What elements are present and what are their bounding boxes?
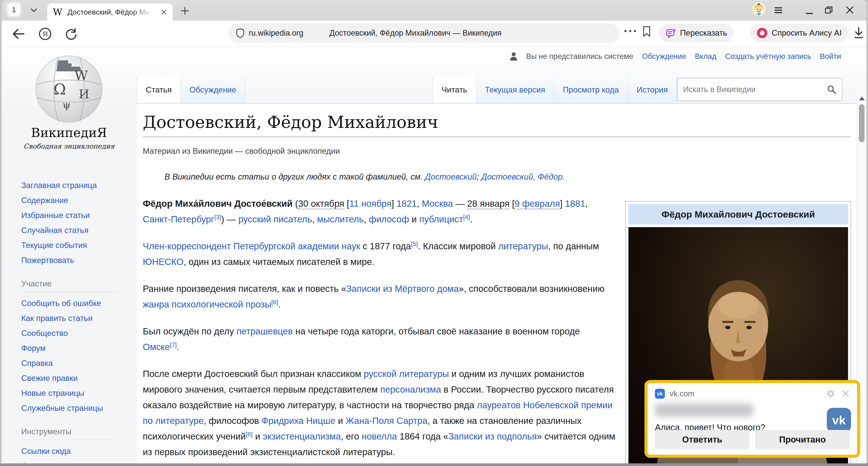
- sidebar-item-new-pages[interactable]: Новые страницы: [21, 389, 136, 398]
- vk-popup-actions: Ответить Прочитано: [655, 430, 850, 449]
- text-segment: .: [562, 172, 565, 181]
- wiki-link[interactable]: Санкт-Петербург: [143, 214, 214, 224]
- text-segment: После смерти Достоевский был признан кла…: [143, 369, 364, 379]
- wiki-link[interactable]: Достоевский: [425, 172, 477, 181]
- reference-link[interactable]: [5]: [411, 240, 418, 247]
- yandex-button[interactable]: Я: [38, 27, 52, 41]
- user-link-discussion[interactable]: Обсуждение: [642, 52, 686, 61]
- reference-link[interactable]: [7]: [170, 341, 177, 348]
- tab-discussion[interactable]: Обсуждение: [181, 76, 245, 104]
- wiki-link[interactable]: философ: [369, 214, 409, 224]
- vk-mark-read-button[interactable]: Прочитано: [755, 430, 850, 449]
- sidebar-item-contents[interactable]: Содержание: [21, 196, 136, 205]
- tab-read[interactable]: Читать: [432, 76, 476, 104]
- sidebar-item-donate[interactable]: Пожертвовать: [21, 256, 136, 265]
- sidebar-item-related-changes[interactable]: Связанные правки: [21, 462, 136, 463]
- wikipedia-wordmark[interactable]: ВикипедиЯ: [2, 125, 136, 140]
- downloads-button[interactable]: [853, 26, 865, 39]
- wiki-link[interactable]: 11 ноября: [349, 199, 392, 209]
- hatnote: В Википедии есть статьи о других людях с…: [164, 169, 851, 184]
- sidebar-item-random[interactable]: Случайная статья: [21, 226, 136, 235]
- wiki-link[interactable]: 1821: [397, 199, 416, 209]
- sidebar-item-special-pages[interactable]: Служебные страницы: [21, 404, 136, 413]
- address-bar[interactable]: ru.wikipedia.org Достоевский, Фёдор Миха…: [229, 24, 619, 42]
- sidebar-item-current-events[interactable]: Текущие события: [21, 241, 136, 250]
- sidebar-item-main-page[interactable]: Заглавная страница: [21, 181, 136, 190]
- site-security-shield-icon[interactable]: [236, 28, 244, 38]
- browser-menu-icon[interactable]: [773, 5, 783, 15]
- text-segment: .: [470, 214, 473, 224]
- wiki-link[interactable]: русской литературы: [364, 369, 449, 379]
- window-close-button[interactable]: [845, 5, 855, 15]
- text-segment: на четыре года каторги, отбывал своё нак…: [293, 326, 580, 337]
- wiki-link[interactable]: петрашевцев: [237, 326, 293, 337]
- sidebar-item-what-links-here[interactable]: Ссылки сюда: [21, 447, 136, 456]
- user-link-create-account[interactable]: Создать учётную запись: [725, 52, 811, 61]
- sidebar-item-how-to-edit[interactable]: Как править статьи: [21, 314, 136, 323]
- sidebar-item-community[interactable]: Сообщество: [21, 329, 136, 338]
- user-link-login[interactable]: Войти: [820, 52, 841, 61]
- tab-counter-button[interactable]: 1: [7, 3, 21, 16]
- bookmark-icon[interactable]: [642, 26, 651, 37]
- wiki-link[interactable]: экзистенциализма: [263, 431, 341, 441]
- tab-view-source[interactable]: Просмотр кода: [554, 76, 628, 104]
- wiki-link[interactable]: мыслитель: [317, 214, 364, 224]
- tab-current-version[interactable]: Текущая версия: [476, 76, 554, 104]
- scroll-up-icon[interactable]: [859, 96, 865, 100]
- wiki-link[interactable]: Записки из Мёртвого дома: [346, 284, 459, 294]
- address-domain[interactable]: ru.wikipedia.org: [249, 28, 303, 37]
- retell-button[interactable]: Пересказать: [659, 24, 734, 42]
- wiki-link[interactable]: русский писатель: [238, 214, 312, 224]
- sidebar-item-featured[interactable]: Избранные статьи: [21, 211, 136, 220]
- reload-button[interactable]: [64, 27, 78, 41]
- reference-link[interactable]: [3]: [214, 213, 221, 221]
- text-segment: ]: [560, 199, 565, 209]
- wiki-search-box[interactable]: [677, 78, 842, 101]
- wiki-link[interactable]: Фридриха Ницше: [261, 416, 336, 426]
- user-link-contributions[interactable]: Вклад: [695, 52, 716, 61]
- ask-alice-button[interactable]: Спросить Алису AI: [750, 24, 848, 42]
- tabs-chevron-down-icon[interactable]: [30, 7, 38, 13]
- text-segment: , его: [341, 431, 362, 441]
- back-button[interactable]: [12, 28, 25, 40]
- wiki-link[interactable]: литературы: [498, 241, 548, 251]
- wiki-link[interactable]: ЮНЕСКО: [143, 257, 184, 267]
- sidebar-item-forum[interactable]: Форум: [21, 344, 136, 353]
- sidebar-item-recent-changes[interactable]: Свежие правки: [21, 374, 136, 383]
- wiki-link[interactable]: Записки из подполья: [448, 431, 537, 441]
- tab-close-icon[interactable]: [161, 9, 167, 16]
- new-tab-button[interactable]: [180, 6, 190, 16]
- wiki-link[interactable]: публицист: [419, 214, 463, 224]
- sidebar-item-help[interactable]: Справка: [21, 359, 136, 368]
- wiki-link[interactable]: Достоевский, Фёдор: [481, 172, 562, 181]
- sidebar-item-report-error[interactable]: Сообщить об ошибке: [21, 299, 136, 308]
- browser-tab[interactable]: W Достоевский, Фёдор Ми: [47, 3, 173, 21]
- reference-link[interactable]: [6]: [271, 298, 278, 305]
- reference-link[interactable]: [8]: [246, 431, 253, 438]
- wiki-link[interactable]: новелла: [362, 431, 397, 441]
- search-input[interactable]: [683, 85, 827, 94]
- wiki-link[interactable]: жанра психологической прозы: [143, 299, 271, 310]
- article-title: Достоевский, Фёдор Михайлович: [143, 113, 851, 137]
- wiki-link[interactable]: Член-корреспондент Петербургской академи…: [143, 241, 360, 251]
- wiki-link[interactable]: Жана-Поля Сартра: [345, 416, 427, 426]
- scrollbar-thumb[interactable]: [859, 104, 865, 142]
- wiki-link[interactable]: 9 февраля: [515, 199, 560, 209]
- wikipedia-globe-logo[interactable]: Ω W И ψ: [33, 53, 105, 125]
- notification-settings-gear-icon[interactable]: [826, 389, 835, 398]
- tab-history[interactable]: История: [628, 76, 677, 104]
- wiki-link[interactable]: персонализма: [380, 384, 441, 395]
- wiki-link[interactable]: Омске: [143, 342, 170, 352]
- search-icon[interactable]: [827, 85, 836, 94]
- window-minimize-button[interactable]: [805, 6, 814, 15]
- reference-link[interactable]: [4]: [463, 213, 470, 221]
- vk-reply-button[interactable]: Ответить: [655, 430, 749, 449]
- profile-avatar[interactable]: [752, 3, 766, 16]
- wiki-link[interactable]: Москва: [422, 199, 453, 209]
- address-more-icon[interactable]: [624, 29, 637, 33]
- tab-article[interactable]: Статья: [137, 76, 181, 104]
- window-restore-button[interactable]: [824, 5, 834, 15]
- notification-close-icon[interactable]: [841, 389, 850, 398]
- wiki-link[interactable]: 1881: [565, 199, 585, 209]
- namespace-tabs: Статья Обсуждение: [137, 76, 245, 104]
